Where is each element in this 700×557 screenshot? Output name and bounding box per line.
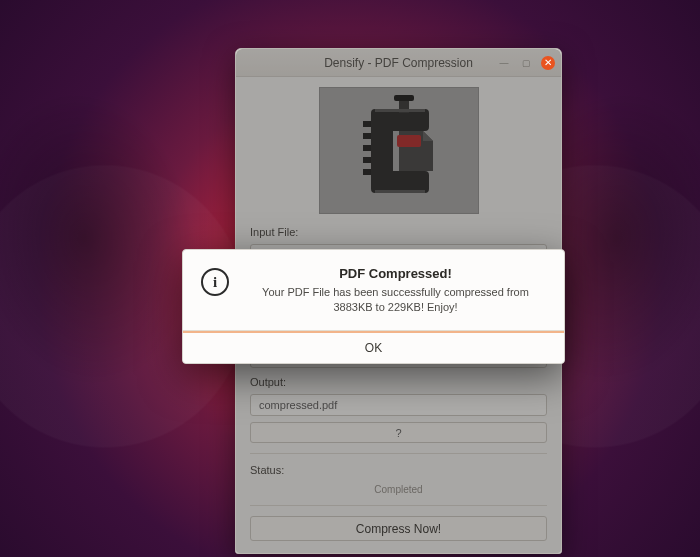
window-controls: — ▢ ✕: [497, 56, 555, 70]
info-dialog: i PDF Compressed! Your PDF File has been…: [182, 249, 565, 364]
maximize-button[interactable]: ▢: [519, 56, 533, 70]
dialog-body: i PDF Compressed! Your PDF File has been…: [183, 250, 564, 330]
dialog-title: PDF Compressed!: [247, 266, 544, 281]
dialog-actions: OK: [183, 330, 564, 363]
close-button[interactable]: ✕: [541, 56, 555, 70]
ok-button[interactable]: OK: [183, 331, 564, 363]
info-icon: i: [201, 268, 229, 296]
minimize-button[interactable]: —: [497, 56, 511, 70]
dialog-message: Your PDF File has been successfully comp…: [247, 285, 544, 316]
dialog-text: PDF Compressed! Your PDF File has been s…: [247, 266, 544, 316]
